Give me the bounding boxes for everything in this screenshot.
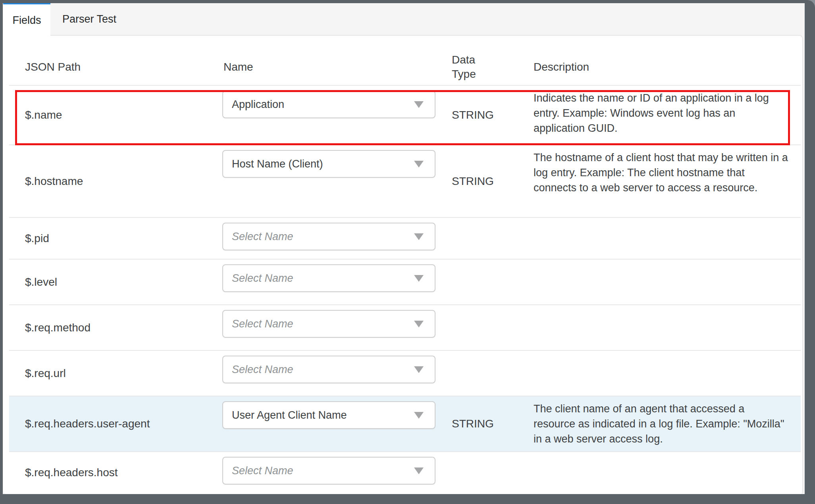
data-type-cell: STRING xyxy=(443,145,528,217)
name-cell: Select Name xyxy=(222,217,443,259)
name-select-value: Host Name (Client) xyxy=(232,158,323,170)
tab-bar: Fields Parser Test xyxy=(3,3,805,38)
json-path-cell: $.req.method xyxy=(9,305,222,350)
description-cell: Indicates the name or ID of an applicati… xyxy=(528,85,801,145)
column-header-data-type: Data Type xyxy=(443,40,528,85)
table-row: $.req.url Select Name xyxy=(9,350,801,396)
tab-parser-test[interactable]: Parser Test xyxy=(50,3,128,35)
data-type-cell xyxy=(443,452,528,493)
table-row: $.req.headers.user-agent User Agent Clie… xyxy=(9,396,801,452)
table-row: $.hostname Host Name (Client) STRING The… xyxy=(9,145,801,217)
tab-parser-test-label: Parser Test xyxy=(62,13,116,25)
name-select[interactable]: Select Name xyxy=(222,223,435,250)
json-path-label: $.req.method xyxy=(25,321,91,334)
name-select-value: Select Name xyxy=(232,231,293,243)
json-path-cell: $.req.headers.host xyxy=(9,452,222,493)
chevron-down-icon xyxy=(414,366,424,373)
name-select[interactable]: Select Name xyxy=(222,457,435,485)
name-select-value: Application xyxy=(232,98,284,111)
json-path-label: $.name xyxy=(25,109,62,121)
name-cell: Application xyxy=(222,85,443,145)
table-row: $.name Application STRING Indicates the … xyxy=(9,85,801,145)
name-select-value: Select Name xyxy=(232,364,293,376)
json-path-cell: $.level xyxy=(9,259,222,305)
column-header-json-path: JSON Path xyxy=(9,40,222,85)
description-text: Indicates the name or ID of an applicati… xyxy=(534,92,769,134)
json-path-label: $.hostname xyxy=(25,175,83,187)
chevron-down-icon xyxy=(414,467,424,474)
data-type-cell xyxy=(443,259,528,305)
table-row: $.req.headers.host Select Name xyxy=(9,452,801,493)
description-cell xyxy=(528,350,801,396)
json-path-label: $.req.headers.user-agent xyxy=(25,417,150,430)
table-header-row: JSON Path Name Data Type Description xyxy=(9,40,801,85)
json-path-cell: $.req.headers.user-agent xyxy=(9,396,222,452)
name-cell: Select Name xyxy=(222,305,443,350)
json-path-label: $.pid xyxy=(25,232,49,244)
json-path-cell: $.name xyxy=(9,85,222,145)
name-select[interactable]: Host Name (Client) xyxy=(222,150,435,178)
name-select[interactable]: Application xyxy=(222,90,435,118)
json-path-cell: $.req.url xyxy=(9,350,222,396)
chevron-down-icon xyxy=(414,275,424,282)
description-text: The hostname of a client host that may b… xyxy=(534,152,788,194)
tab-fields[interactable]: Fields xyxy=(3,3,50,37)
name-cell: Select Name xyxy=(222,452,443,493)
json-path-label: $.level xyxy=(25,276,57,288)
description-cell xyxy=(528,452,801,493)
data-type-label: STRING xyxy=(452,417,494,430)
name-select[interactable]: Select Name xyxy=(222,356,435,383)
name-select-value: User Agent Client Name xyxy=(232,409,347,421)
chevron-down-icon xyxy=(414,161,424,167)
name-select[interactable]: User Agent Client Name xyxy=(222,401,435,429)
chevron-down-icon xyxy=(414,233,424,240)
tab-fields-label: Fields xyxy=(12,14,41,27)
data-type-cell xyxy=(443,305,528,350)
name-cell: User Agent Client Name xyxy=(222,396,443,452)
data-type-cell: STRING xyxy=(443,396,528,452)
name-select-value: Select Name xyxy=(232,272,293,285)
column-header-name: Name xyxy=(222,40,443,85)
name-select[interactable]: Select Name xyxy=(222,310,435,338)
window-frame: Fields Parser Test JSON Path Name Data T… xyxy=(0,0,815,504)
name-cell: Select Name xyxy=(222,350,443,396)
data-type-label: STRING xyxy=(452,175,494,187)
fields-table: JSON Path Name Data Type Description $.n… xyxy=(9,40,801,493)
name-select-value: Select Name xyxy=(232,465,293,477)
description-cell: The client name of an agent that accesse… xyxy=(528,396,801,452)
parser-window: Fields Parser Test JSON Path Name Data T… xyxy=(3,3,805,494)
name-select[interactable]: Select Name xyxy=(222,264,435,292)
column-header-description: Description xyxy=(528,40,801,85)
chevron-down-icon xyxy=(414,412,424,419)
chevron-down-icon xyxy=(414,101,424,108)
description-text: The client name of an agent that accesse… xyxy=(534,403,784,445)
fields-panel: JSON Path Name Data Type Description $.n… xyxy=(3,35,803,494)
table-row: $.pid Select Name xyxy=(9,217,801,259)
table-row: $.req.method Select Name xyxy=(9,305,801,350)
json-path-label: $.req.headers.host xyxy=(25,466,118,479)
data-type-cell: STRING xyxy=(443,85,528,145)
data-type-cell xyxy=(443,350,528,396)
data-type-cell xyxy=(443,217,528,259)
json-path-cell: $.hostname xyxy=(9,145,222,217)
data-type-label: STRING xyxy=(452,109,494,121)
description-cell xyxy=(528,305,801,350)
name-select-value: Select Name xyxy=(232,318,293,330)
json-path-label: $.req.url xyxy=(25,367,66,379)
description-cell xyxy=(528,217,801,259)
table-row: $.level Select Name xyxy=(9,259,801,305)
chevron-down-icon xyxy=(414,321,424,327)
name-cell: Select Name xyxy=(222,259,443,305)
json-path-cell: $.pid xyxy=(9,217,222,259)
description-cell xyxy=(528,259,801,305)
name-cell: Host Name (Client) xyxy=(222,145,443,217)
description-cell: The hostname of a client host that may b… xyxy=(528,145,801,217)
